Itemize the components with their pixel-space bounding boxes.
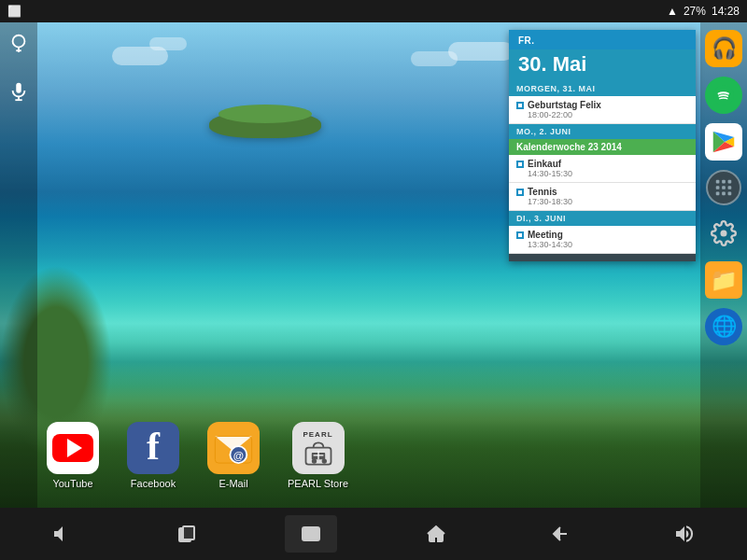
status-left: ⬜ (7, 5, 21, 18)
calendar-section2: MO., 2. JUNI (509, 124, 696, 139)
screenshot-icon: ⬜ (7, 5, 21, 18)
svg-text:@: @ (233, 449, 244, 461)
svg-rect-30 (306, 530, 316, 538)
screenshot-button[interactable] (285, 515, 337, 553)
calendar-date: 30. Mai (509, 49, 696, 81)
apps-grid-icon[interactable] (706, 170, 741, 205)
status-right: ▲ 27% 14:28 (667, 5, 740, 18)
battery-percent: 27% (684, 5, 706, 18)
mic-icon[interactable] (6, 78, 32, 105)
recent-apps-button[interactable] (161, 515, 213, 553)
cloud (149, 37, 187, 50)
svg-point-0 (13, 35, 25, 48)
wifi-icon: ▲ (667, 5, 678, 18)
svg-rect-12 (728, 186, 732, 189)
email-app[interactable]: @ E-Mail (207, 422, 260, 489)
play-store-icon[interactable] (705, 123, 742, 161)
email-icon: @ (207, 422, 260, 474)
google-icon[interactable] (6, 30, 32, 56)
calendar-event-1[interactable]: Geburtstag Felix 18:00-22:00 (509, 96, 696, 124)
email-label: E-Mail (218, 478, 247, 489)
svg-rect-15 (728, 192, 732, 196)
island (209, 110, 321, 138)
event-dot (516, 102, 524, 109)
svg-rect-9 (728, 180, 732, 184)
pearl-label: PEARL Store (288, 478, 348, 489)
svg-rect-3 (16, 83, 21, 93)
youtube-icon (47, 422, 99, 474)
volume-down-button[interactable] (36, 515, 89, 553)
facebook-app[interactable]: f Facebook (127, 422, 179, 489)
event-text: Geburtstag Felix 18:00-22:00 (528, 100, 688, 119)
home-screen: FR. 30. Mai MORGEN, 31. MAI Geburtstag F… (0, 22, 747, 508)
spotify-app-icon[interactable] (705, 77, 742, 114)
calendar-event-3[interactable]: Tennis 17:30-18:30 (509, 183, 696, 211)
calendar-event-4[interactable]: Meeting 13:30-14:30 (509, 226, 696, 254)
calendar-section1: MORGEN, 31. MAI (509, 81, 696, 96)
svg-rect-28 (183, 526, 194, 539)
youtube-label: YouTube (52, 478, 92, 489)
svg-rect-7 (716, 180, 720, 184)
calendar-footer (509, 254, 696, 261)
headphones-app-icon[interactable]: 🎧 (705, 30, 742, 67)
calendar-week: Kalenderwoche 23 2014 (509, 139, 696, 155)
pearl-icon: PEARL (292, 422, 345, 474)
home-button[interactable] (410, 515, 462, 553)
svg-rect-13 (716, 192, 720, 196)
event-text: Meeting 13:30-14:30 (528, 230, 688, 249)
right-sidebar: 🎧 (700, 22, 747, 508)
status-bar: ⬜ ▲ 27% 14:28 (0, 0, 747, 22)
facebook-icon: f (127, 422, 179, 474)
settings-icon[interactable] (705, 215, 742, 252)
calendar-section3: DI., 3. JUNI (509, 211, 696, 226)
cloud (448, 42, 514, 61)
youtube-app[interactable]: YouTube (47, 422, 99, 489)
event-dot (516, 189, 524, 196)
volume-up-button[interactable] (658, 515, 711, 553)
calendar-widget: FR. 30. Mai MORGEN, 31. MAI Geburtstag F… (509, 30, 696, 261)
event-dot (516, 231, 524, 239)
svg-rect-11 (722, 186, 726, 189)
clock: 14:28 (712, 5, 740, 18)
svg-rect-14 (722, 192, 726, 196)
left-sidebar (0, 22, 37, 508)
app-grid: YouTube f Facebook @ E-Mail PEARL (47, 422, 348, 489)
files-icon[interactable]: 📁 (705, 261, 742, 299)
facebook-label: Facebook (131, 478, 176, 489)
navigation-bar (0, 508, 747, 560)
calendar-event-2[interactable]: Einkauf 14:30-15:30 (509, 155, 696, 183)
svg-rect-8 (722, 180, 726, 184)
event-dot (516, 161, 524, 168)
browser-icon[interactable]: 🌐 (705, 308, 742, 345)
event-text: Einkauf 14:30-15:30 (528, 159, 688, 178)
svg-rect-10 (716, 186, 720, 189)
event-text: Tennis 17:30-18:30 (528, 187, 688, 206)
back-button[interactable] (534, 515, 586, 553)
pearl-app[interactable]: PEARL PEARL Store (288, 422, 348, 489)
calendar-day-short: FR. (509, 30, 696, 49)
